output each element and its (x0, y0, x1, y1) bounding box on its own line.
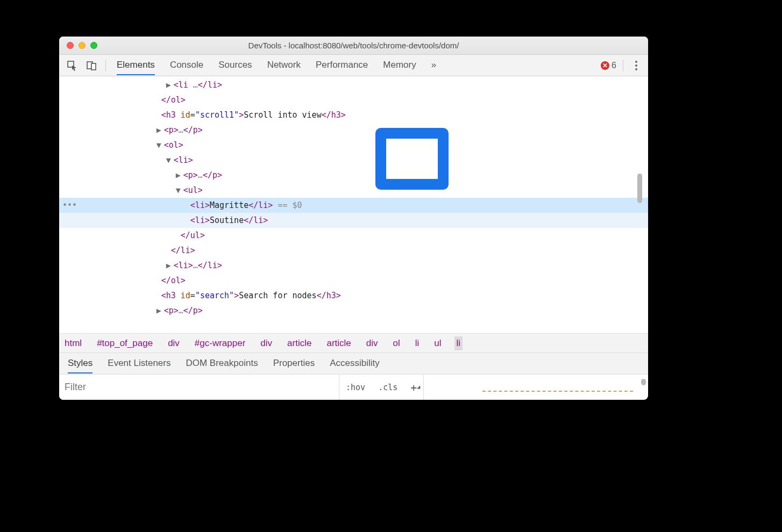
crumb[interactable]: div (364, 336, 380, 350)
breadcrumb: html #top_of_page div #gc-wrapper div ar… (59, 333, 648, 353)
new-style-button[interactable]: +◢ (404, 381, 423, 394)
subtab-styles[interactable]: Styles (68, 355, 93, 372)
maximize-button[interactable] (90, 42, 97, 49)
tab-console[interactable]: Console (170, 56, 203, 74)
scrollbar[interactable] (638, 81, 644, 317)
crumb[interactable]: #gc-wrapper (193, 336, 248, 350)
dom-node[interactable]: ▶<p>…</p> (59, 303, 648, 318)
dom-node[interactable]: ▶<p>…</p> (59, 168, 648, 183)
dom-node[interactable]: ▼<li> (59, 153, 648, 168)
tab-elements[interactable]: Elements (117, 56, 155, 74)
scrollbar-thumb[interactable] (641, 379, 646, 385)
subtab-properties[interactable]: Properties (273, 355, 315, 372)
subtab-accessibility[interactable]: Accessibility (330, 355, 380, 372)
subtab-event-listeners[interactable]: Event Listeners (108, 355, 170, 372)
dom-node[interactable]: </ol> (59, 92, 648, 107)
svg-rect-2 (91, 63, 96, 70)
separator (105, 60, 106, 71)
dom-node[interactable]: ▼<ol> (59, 138, 648, 153)
dom-node[interactable]: </ol> (59, 273, 648, 288)
crumb[interactable]: div (166, 336, 182, 350)
dots-icon[interactable]: ••• (62, 198, 77, 213)
tab-sources[interactable]: Sources (218, 56, 252, 74)
crumb[interactable]: ol (391, 336, 402, 350)
crumb[interactable]: article (285, 336, 314, 350)
tab-more[interactable]: » (431, 56, 436, 74)
box-model-fragment (482, 391, 633, 394)
styles-toggles: :hov .cls +◢ (339, 375, 423, 400)
dom-node[interactable]: <li>Soutine</li> (59, 213, 648, 228)
tab-network[interactable]: Network (267, 56, 301, 74)
crumb[interactable]: #top_of_page (95, 336, 155, 350)
hov-toggle[interactable]: :hov (339, 383, 372, 392)
main-toolbar: Elements Console Sources Network Perform… (59, 55, 648, 76)
styles-toolbar: :hov .cls +◢ (59, 374, 648, 400)
dom-tree[interactable]: ▶<li …</li> </ol> <h3 id="scroll1">Scrol… (59, 76, 648, 333)
styles-filter-input[interactable] (59, 375, 339, 400)
dom-node[interactable]: <h3 id="search">Search for nodes</h3> (59, 288, 648, 303)
separator (623, 60, 623, 71)
minimize-button[interactable] (79, 42, 86, 49)
dom-node[interactable]: </li> (59, 243, 648, 258)
panel-tabs: Elements Console Sources Network Perform… (117, 56, 596, 74)
menu-icon[interactable] (630, 61, 643, 70)
inspect-icon[interactable] (65, 58, 80, 73)
error-badge[interactable]: ✕ 6 (601, 61, 616, 70)
sidebar-tabs: Styles Event Listeners DOM Breakpoints P… (59, 353, 648, 374)
device-icon[interactable] (84, 58, 99, 73)
tab-performance[interactable]: Performance (316, 56, 368, 74)
dom-node[interactable]: ▶<li>…</li> (59, 258, 648, 273)
error-count: 6 (612, 61, 616, 70)
dom-node-selected[interactable]: ••• <li>Magritte</li> == $0 (59, 198, 648, 213)
subtab-dom-breakpoints[interactable]: DOM Breakpoints (186, 355, 258, 372)
crumb[interactable]: article (324, 336, 353, 350)
dom-node[interactable]: <h3 id="scroll1">Scroll into view</h3> (59, 107, 648, 123)
error-icon: ✕ (601, 61, 609, 70)
overlay-square-icon (375, 128, 449, 190)
crumb[interactable]: ul (432, 336, 443, 350)
dom-node[interactable]: ▶<p>…</p> (59, 123, 648, 138)
dom-node[interactable]: </ul> (59, 228, 648, 243)
tab-memory[interactable]: Memory (383, 56, 416, 74)
crumb[interactable]: html (62, 336, 84, 350)
window-controls (67, 42, 97, 49)
cls-toggle[interactable]: .cls (372, 383, 404, 392)
styles-pane (423, 375, 648, 400)
close-button[interactable] (67, 42, 74, 49)
scrollbar-thumb[interactable] (637, 174, 642, 203)
crumb-current[interactable]: li (454, 336, 463, 350)
dom-node[interactable]: ▼<ul> (59, 183, 648, 198)
crumb[interactable]: div (258, 336, 274, 350)
window-title: DevTools - localhost:8080/web/tools/chro… (59, 41, 648, 50)
titlebar: DevTools - localhost:8080/web/tools/chro… (59, 37, 648, 55)
dom-node[interactable]: ▶<li …</li> (59, 77, 648, 92)
devtools-window: DevTools - localhost:8080/web/tools/chro… (59, 37, 648, 400)
crumb[interactable]: li (413, 336, 422, 350)
